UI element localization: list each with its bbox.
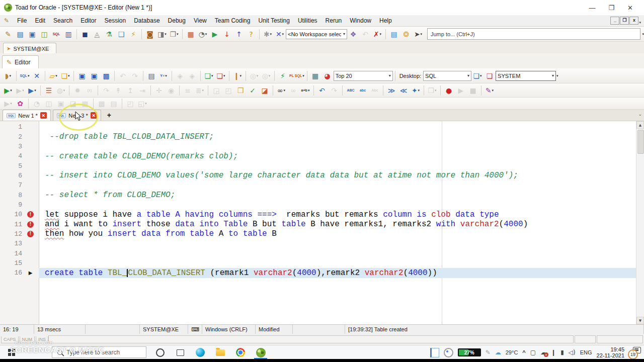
pen-icon[interactable]: ✎ bbox=[486, 349, 491, 356]
scroll-up-icon[interactable]: ▲ bbox=[636, 121, 644, 129]
menu-view[interactable]: View bbox=[190, 16, 211, 25]
chevron-down-icon[interactable]: ▾ bbox=[418, 88, 420, 93]
doc-tab-new-3[interactable]: SQLNew 3 *✕ bbox=[53, 110, 101, 121]
undo-icon[interactable]: ↶ bbox=[316, 85, 328, 96]
editor-options-icon[interactable]: ✎▾ bbox=[484, 85, 495, 96]
toad-taskbar-button[interactable] bbox=[251, 345, 271, 359]
desktop-delete-icon[interactable]: ❏ bbox=[484, 70, 495, 81]
menu-unit-testing[interactable]: Unit Testing bbox=[254, 16, 293, 25]
remove-split-icon[interactable]: ❏▾ bbox=[215, 70, 226, 81]
editor-line-7[interactable]: 7 bbox=[0, 180, 636, 190]
maximize-button[interactable]: ❐ bbox=[608, 4, 614, 12]
doc-tab-new-1[interactable]: SQLNew 1 *✕ bbox=[3, 110, 51, 121]
reopen-file-icon[interactable]: ❏▾ bbox=[60, 70, 71, 81]
menu-debug[interactable]: Debug bbox=[164, 16, 190, 25]
editor-line-5[interactable]: 5 bbox=[0, 161, 636, 170]
chevron-down-icon[interactable]: ▾ bbox=[308, 88, 310, 93]
tray-expand-chevron[interactable]: ^ bbox=[522, 349, 525, 355]
task-view-button[interactable] bbox=[170, 345, 190, 359]
workspace-delete-icon[interactable]: ✗▾ bbox=[372, 29, 383, 40]
session-browser-icon[interactable]: ▥ bbox=[63, 29, 74, 40]
workspace-new-icon[interactable]: ❖ bbox=[348, 29, 359, 40]
support-bundle-icon[interactable]: ❂ bbox=[400, 29, 412, 40]
editor-line-1[interactable]: 1 bbox=[0, 122, 636, 132]
record-macro-icon[interactable]: ● bbox=[443, 85, 454, 96]
syntax-check-icon[interactable]: ✓ bbox=[247, 85, 258, 96]
start-button[interactable] bbox=[8, 349, 15, 356]
editor-line-15[interactable]: 15 bbox=[0, 258, 636, 268]
code-tester-icon[interactable]: ⚗ bbox=[104, 29, 115, 40]
menu-editor[interactable]: Editor bbox=[76, 16, 100, 25]
chevron-down-icon[interactable]: ▾ bbox=[10, 102, 12, 106]
save-all-icon[interactable]: ▩ bbox=[101, 70, 112, 81]
code-road-map-icon[interactable]: ◬ bbox=[92, 29, 103, 40]
close-tab-icon[interactable]: ✕ bbox=[91, 112, 97, 119]
notification-center-button[interactable]: 19 bbox=[629, 346, 641, 358]
new-window-icon[interactable]: ❐▾ bbox=[169, 29, 180, 40]
indent-icon[interactable]: ≫ bbox=[386, 85, 397, 96]
mdi-minimize-button[interactable]: _ bbox=[610, 17, 619, 25]
chevron-down-icon[interactable]: ▾ bbox=[302, 74, 304, 78]
chevron-down-icon[interactable]: ▾ bbox=[10, 88, 12, 93]
editor-line-16[interactable]: 16▶create table TBL_CLOB_DATA_INSERT (re… bbox=[0, 268, 636, 278]
workspace-select[interactable]: <No Workspace selected> ▾ bbox=[286, 29, 347, 39]
uppercase-icon[interactable]: ABC bbox=[345, 85, 356, 96]
project-manager-icon[interactable]: ◼ bbox=[79, 29, 91, 40]
menu-search[interactable]: Search bbox=[49, 16, 76, 25]
data-generator-icon[interactable]: ✿ bbox=[15, 98, 26, 109]
knowledge-base-icon[interactable]: ? bbox=[246, 29, 257, 40]
cortana-button[interactable] bbox=[150, 345, 170, 359]
close-button[interactable]: ✕ bbox=[627, 4, 633, 12]
menu-help[interactable]: Help bbox=[375, 16, 396, 25]
find-objects-icon[interactable]: ◙ bbox=[144, 29, 155, 40]
bookmark-icon[interactable]: ❙▾ bbox=[232, 70, 243, 81]
export-utility-icon[interactable]: ↑ bbox=[233, 29, 245, 40]
add-split-icon[interactable]: ❏▾ bbox=[203, 70, 214, 81]
chevron-down-icon[interactable]: ▾ bbox=[435, 88, 437, 93]
cast-screen-icon[interactable]: ▢ bbox=[530, 349, 536, 356]
chevron-down-icon[interactable]: ▾ bbox=[492, 88, 494, 93]
reports-icon[interactable]: ▦ bbox=[185, 29, 196, 40]
speaker-icon[interactable]: ◁) bbox=[569, 349, 576, 356]
chevron-down-icon[interactable]: ▾ bbox=[270, 32, 272, 36]
minimize-button[interactable]: — bbox=[589, 4, 595, 12]
chevron-down-icon[interactable]: ▾ bbox=[480, 74, 482, 78]
lowercase-icon[interactable]: abc bbox=[357, 85, 368, 96]
close-tab-icon[interactable]: ✕ bbox=[40, 112, 47, 119]
menu-database[interactable]: Database bbox=[130, 16, 164, 25]
plsql-options-icon[interactable]: PL SQL▾ bbox=[289, 70, 304, 81]
describe-window-icon[interactable]: ▦ bbox=[310, 70, 321, 81]
chevron-down-icon[interactable]: ▾ bbox=[63, 88, 65, 93]
chevron-down-icon[interactable]: ▾ bbox=[387, 73, 391, 78]
er-diagram-icon[interactable]: ◫ bbox=[39, 29, 50, 40]
chevron-down-icon[interactable]: ▾ bbox=[22, 88, 24, 93]
menu-window[interactable]: Window bbox=[346, 16, 375, 25]
chevron-down-icon[interactable]: ▾ bbox=[282, 32, 284, 36]
describe-objects-icon[interactable]: Y≡▾ bbox=[158, 70, 169, 81]
tab-overflow-chevron-icon[interactable]: ⌄ bbox=[638, 112, 642, 117]
toad-world-icon[interactable]: ➤▾ bbox=[413, 29, 424, 40]
screen-recorder-icon[interactable] bbox=[444, 348, 453, 357]
chevron-down-icon[interactable]: ▾ bbox=[257, 74, 259, 78]
mdi-close-button[interactable]: x bbox=[629, 17, 638, 25]
code-editor[interactable]: 12 --drop table TBL_CLOB_DATA_INSERT;34-… bbox=[0, 121, 644, 324]
menu-session[interactable]: Session bbox=[100, 16, 130, 25]
desktop-select[interactable]: SQL ▾ bbox=[423, 71, 471, 81]
paste-icon[interactable]: ❒ bbox=[235, 85, 246, 96]
format-code-icon[interactable]: ✦▾ bbox=[410, 85, 421, 96]
editor-line-14[interactable]: 14 bbox=[0, 248, 636, 258]
cloud-sync-error-icon[interactable]: ☁✕ bbox=[540, 349, 546, 356]
edge-button[interactable] bbox=[190, 345, 210, 359]
chevron-down-icon[interactable]: ▾ bbox=[556, 74, 558, 78]
battery-icon[interactable]: ▮ bbox=[560, 349, 564, 356]
temperature-label[interactable]: 29°C bbox=[506, 349, 518, 355]
find-icon[interactable]: ∞▾ bbox=[276, 85, 287, 96]
replace-icon[interactable]: a+b▾ bbox=[300, 85, 311, 96]
save-icon[interactable]: ▣ bbox=[76, 70, 88, 81]
editor-line-12[interactable]: 12!then how you insert data from table A… bbox=[0, 229, 636, 239]
save-as-icon[interactable]: ▣ bbox=[89, 70, 100, 81]
editor-line-3[interactable]: 3 bbox=[0, 142, 636, 151]
editor-line-2[interactable]: 2 --drop table TBL_CLOB_DATA_INSERT; bbox=[0, 132, 636, 141]
explain-plan-icon[interactable]: ☰ bbox=[43, 85, 54, 96]
chevron-down-icon[interactable]: ▾ bbox=[421, 32, 423, 36]
